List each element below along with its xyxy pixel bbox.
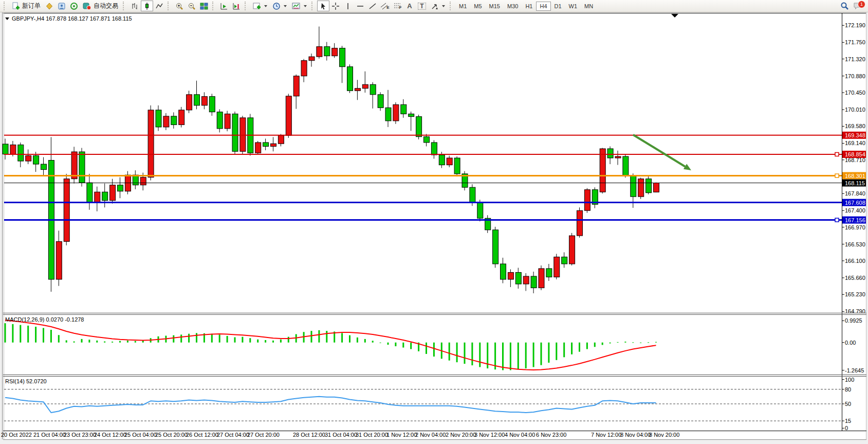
search-icon[interactable]	[840, 2, 849, 10]
candle-body	[41, 164, 47, 170]
market-watch-button[interactable]	[56, 1, 68, 11]
price-axis-label: 171.750	[845, 39, 865, 45]
chart-background	[3, 12, 866, 439]
charts-profile-icon	[45, 2, 53, 10]
toolbar-grip[interactable]	[245, 2, 248, 10]
new-order-label: 新订单	[22, 2, 41, 10]
periods-dropdown[interactable]	[270, 1, 289, 11]
macd-histogram-bar	[173, 335, 174, 343]
candle-body	[584, 190, 590, 211]
timeframe-D1[interactable]: D1	[551, 2, 565, 11]
hline-handle[interactable]	[835, 218, 839, 222]
hline-handle[interactable]	[835, 152, 839, 156]
time-axis-label: 3 Nov 12:00	[474, 432, 505, 438]
new-order-button[interactable]: 新订单	[9, 1, 43, 11]
candle-body	[240, 118, 246, 151]
timeframe-M15[interactable]: M15	[486, 2, 504, 11]
rsi-axis-label: 0	[845, 425, 848, 431]
bar-chart-button[interactable]	[128, 1, 141, 11]
templates-dropdown[interactable]	[289, 1, 309, 11]
toolbar-grip[interactable]	[311, 2, 315, 10]
autotrading-button[interactable]: 自动交易	[80, 1, 121, 11]
indicators-dropdown[interactable]	[250, 1, 270, 11]
zoom-in-button[interactable]	[173, 1, 186, 11]
candle-body	[501, 264, 506, 279]
macd-histogram-bar	[349, 335, 350, 343]
toolbar-grip[interactable]	[123, 2, 126, 10]
price-axis-label: 169.580	[845, 123, 865, 129]
rsi-axis-label: 100	[845, 377, 854, 383]
text-tool[interactable]: A	[403, 1, 416, 11]
macd-histogram-bar	[556, 343, 557, 360]
charts-profile-button[interactable]	[43, 1, 56, 11]
tile-windows-button[interactable]	[198, 1, 210, 11]
price-tag-label: 167.156	[845, 217, 865, 223]
fibonacci-tool[interactable]: F	[391, 1, 403, 11]
candle-body	[646, 179, 652, 193]
macd-histogram-bar	[402, 343, 404, 348]
timeframe-M5[interactable]: M5	[470, 2, 485, 11]
cursor-tool[interactable]	[317, 1, 329, 11]
candlestick-chart-button[interactable]	[141, 1, 153, 11]
toolbar-grip[interactable]	[450, 2, 453, 10]
macd-histogram-bar	[66, 340, 67, 342]
candle-body	[3, 144, 8, 154]
channel-tool[interactable]: E	[379, 1, 391, 11]
auto-scroll-button[interactable]	[218, 1, 230, 11]
time-axis-label: 24 Oct 12:00	[94, 432, 126, 438]
price-axis-label: 165.660	[845, 275, 865, 281]
macd-label: MACD(12,26,9) 0.0270 -0.1278	[5, 316, 84, 323]
candle-body	[531, 276, 537, 288]
vertical-line-tool[interactable]	[342, 1, 354, 11]
time-axis-label: 2 Nov 04:00	[415, 432, 446, 438]
price-tag-label: 168.301	[845, 173, 865, 179]
timeframe-M1[interactable]: M1	[455, 2, 470, 11]
price-axis-label: 165.230	[845, 291, 865, 297]
cursor-icon	[319, 2, 327, 10]
vertical-line-icon	[344, 2, 352, 10]
line-chart-button[interactable]	[153, 1, 165, 11]
chart-template-icon	[292, 2, 301, 10]
signal-button[interactable]	[68, 1, 80, 11]
notification-count-badge: 1	[858, 1, 865, 8]
candle-body	[638, 179, 644, 197]
macd-histogram-bar	[234, 338, 236, 343]
chart-shift-button[interactable]	[230, 1, 243, 11]
price-tag-label: 168.115	[845, 180, 865, 186]
toolbar-grip[interactable]	[168, 2, 171, 10]
crosshair-icon	[331, 2, 340, 10]
timeframe-MN[interactable]: MN	[581, 2, 597, 11]
timeframe-W1[interactable]: W1	[565, 2, 581, 11]
macd-histogram-bar	[395, 343, 396, 346]
macd-histogram-bar	[541, 343, 542, 365]
candle-body	[156, 110, 161, 127]
candle-body	[317, 47, 322, 57]
timeframe-M30[interactable]: M30	[504, 2, 522, 11]
candle-body	[324, 47, 330, 56]
chart-collapse-icon[interactable]	[5, 17, 9, 20]
candle-body	[87, 183, 93, 203]
horizontal-line-tool[interactable]	[354, 1, 366, 11]
chart-canvas[interactable]: 0.99250.00-1.26451008050150172.190171.75…	[0, 0, 868, 444]
macd-histogram-bar	[387, 343, 389, 345]
macd-axis-label: -1.2645	[845, 367, 864, 374]
toolbar-grip[interactable]	[212, 2, 216, 10]
text-label-tool[interactable]: T	[416, 1, 428, 11]
trendline-tool[interactable]	[366, 1, 379, 11]
shapes-dropdown[interactable]	[428, 1, 448, 11]
crosshair-tool[interactable]	[329, 1, 342, 11]
hline-handle[interactable]	[835, 174, 839, 177]
timeframe-H4[interactable]: H4	[536, 2, 550, 11]
zoom-out-button[interactable]	[186, 1, 198, 11]
price-tag-label: 168.854	[845, 151, 865, 157]
candle-body	[201, 97, 207, 105]
timeframe-H1[interactable]: H1	[522, 2, 536, 11]
notifications-button[interactable]: 1	[853, 2, 863, 11]
time-axis-label: 8 Nov 04:00	[620, 432, 651, 438]
macd-histogram-bar	[533, 343, 534, 367]
time-axis-label: 26 Oct 12:00	[186, 432, 218, 438]
toolbar-grip[interactable]	[4, 2, 7, 10]
candle-body	[355, 88, 360, 91]
macd-histogram-bar	[571, 343, 572, 354]
time-axis-label: 28 Oct 12:00	[293, 432, 325, 438]
